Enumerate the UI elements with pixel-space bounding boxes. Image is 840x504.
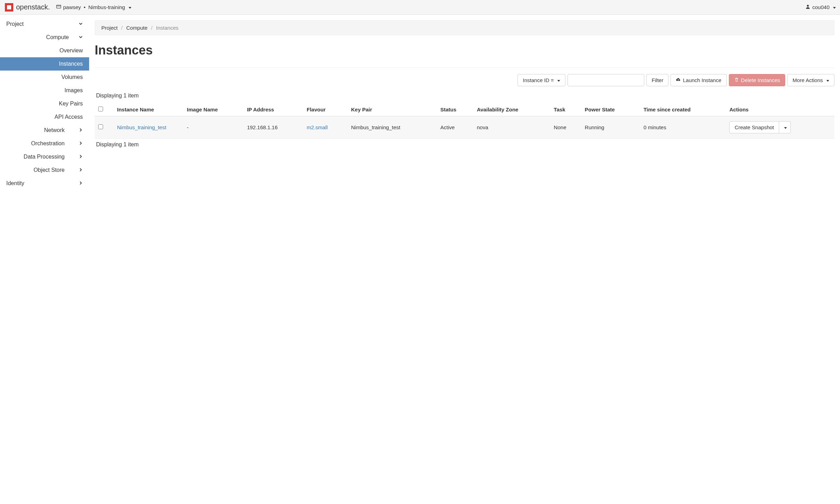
sidebar-item-data-processing[interactable]: Data Processing — [0, 150, 89, 163]
header-time-since-created: Time since created — [640, 103, 726, 116]
chevron-right-icon — [79, 180, 83, 187]
navbar-left: openstack. pawsey • Nimbus-training — [4, 2, 131, 12]
delete-instances-button[interactable]: Delete Instances — [729, 74, 785, 86]
cell-key-pair: Nimbus_training_test — [348, 116, 437, 139]
chevron-right-icon — [79, 127, 83, 133]
header-image-name: Image Name — [183, 103, 244, 116]
sidebar-item-identity[interactable]: Identity — [0, 177, 89, 190]
chevron-right-icon — [79, 140, 83, 147]
flavour-link[interactable]: m2.small — [307, 124, 328, 130]
user-name: cou040 — [812, 4, 830, 10]
launch-instance-button[interactable]: Launch Instance — [671, 74, 726, 86]
cloud-upload-icon — [676, 77, 681, 83]
sidebar-item-label: Images — [65, 87, 83, 93]
chevron-down-icon — [783, 124, 787, 130]
chevron-right-icon — [79, 167, 83, 173]
filter-button[interactable]: Filter — [646, 74, 668, 86]
sidebar-item-api-access[interactable]: API Access — [0, 110, 89, 124]
header-checkbox-cell — [95, 103, 114, 116]
display-count-bottom: Displaying 1 item — [96, 141, 834, 148]
breadcrumb-compute[interactable]: Compute — [126, 25, 147, 31]
table-row: Nimbus_training_test - 192.168.1.16 m2.s… — [95, 116, 834, 139]
page-title: Instances — [95, 43, 834, 58]
create-snapshot-button[interactable]: Create Snapshot — [729, 121, 779, 133]
button-label: Filter — [652, 77, 663, 83]
brand-text: openstack. — [16, 3, 50, 11]
svg-point-7 — [807, 5, 809, 7]
sidebar-item-images[interactable]: Images — [0, 84, 89, 97]
sidebar-item-label: Compute — [6, 34, 79, 41]
cell-ip-address: 192.168.1.16 — [244, 116, 303, 139]
row-action-group: Create Snapshot — [729, 121, 791, 133]
svg-rect-4 — [7, 5, 11, 9]
divider — [95, 67, 834, 68]
sidebar-item-label: Key Pairs — [59, 101, 83, 107]
cell-status: Active — [437, 116, 473, 139]
sidebar-item-label: Object Store — [34, 167, 65, 173]
cell-time-since-created: 0 minutes — [640, 116, 726, 139]
breadcrumb-current: Instances — [156, 25, 179, 31]
table-header-row: Instance Name Image Name IP Address Flav… — [95, 103, 834, 116]
cell-availability-zone: nova — [473, 116, 550, 139]
breadcrumb-separator: / — [151, 25, 152, 31]
header-task: Task — [550, 103, 581, 116]
header-power-state: Power State — [581, 103, 640, 116]
header-availability-zone: Availability Zone — [473, 103, 550, 116]
sidebar-item-label: Volumes — [61, 74, 83, 80]
button-label: More Actions — [792, 77, 823, 83]
row-select-checkbox[interactable] — [98, 124, 103, 129]
project-org: pawsey — [63, 4, 81, 10]
project-switcher[interactable]: pawsey • Nimbus-training — [56, 4, 131, 10]
sidebar-item-label: API Access — [55, 114, 83, 120]
top-navbar: openstack. pawsey • Nimbus-training cou0… — [0, 0, 840, 15]
cell-flavour: m2.small — [303, 116, 348, 139]
filter-field-label: Instance ID = — [523, 77, 554, 83]
cell-task: None — [550, 116, 581, 139]
sidebar-item-orchestration[interactable]: Orchestration — [0, 137, 89, 150]
instance-name-link[interactable]: Nimbus_training_test — [117, 124, 166, 130]
header-status: Status — [437, 103, 473, 116]
sidebar-item-key-pairs[interactable]: Key Pairs — [0, 97, 89, 110]
sidebar-item-project[interactable]: Project — [0, 17, 89, 31]
domain-icon — [56, 4, 61, 10]
button-label: Delete Instances — [741, 77, 780, 83]
chevron-down-icon — [127, 4, 131, 10]
sidebar-item-compute[interactable]: Compute — [0, 31, 89, 44]
user-icon — [805, 4, 810, 10]
user-menu[interactable]: cou040 — [805, 4, 836, 10]
chevron-right-icon — [79, 154, 83, 160]
row-action-dropdown[interactable] — [779, 121, 791, 133]
button-label: Launch Instance — [683, 77, 721, 83]
header-instance-name: Instance Name — [114, 103, 183, 116]
header-actions: Actions — [726, 103, 834, 116]
sidebar-item-volumes[interactable]: Volumes — [0, 71, 89, 84]
sidebar-item-instances[interactable]: Instances — [0, 57, 89, 71]
sidebar-item-overview[interactable]: Overview — [0, 44, 89, 57]
cell-power-state: Running — [581, 116, 640, 139]
trash-icon — [734, 77, 739, 83]
chevron-down-icon — [825, 77, 829, 83]
sidebar-item-label: Identity — [6, 180, 24, 187]
svg-rect-3 — [11, 3, 13, 12]
sidebar: Project Compute Overview Instances Volum… — [0, 15, 89, 504]
action-bar: Instance ID = Filter Launch Instance Del… — [95, 74, 834, 86]
display-count-top: Displaying 1 item — [96, 93, 834, 99]
compute-submenu: Overview Instances Volumes Images Key Pa… — [0, 44, 89, 124]
cell-instance-name: Nimbus_training_test — [114, 116, 183, 139]
chevron-down-icon — [79, 34, 83, 41]
sidebar-item-object-store[interactable]: Object Store — [0, 163, 89, 177]
openstack-logo-icon — [4, 2, 14, 12]
sidebar-item-network[interactable]: Network — [0, 124, 89, 137]
filter-input[interactable] — [567, 74, 644, 86]
svg-rect-2 — [5, 3, 7, 12]
select-all-checkbox[interactable] — [98, 107, 103, 111]
logo[interactable]: openstack. — [4, 2, 50, 12]
breadcrumb-project[interactable]: Project — [101, 25, 118, 31]
cell-image-name: - — [183, 116, 244, 139]
sidebar-item-label: Instances — [59, 61, 83, 67]
header-ip-address: IP Address — [244, 103, 303, 116]
filter-field-dropdown[interactable]: Instance ID = — [517, 74, 565, 86]
more-actions-dropdown[interactable]: More Actions — [787, 74, 834, 86]
header-key-pair: Key Pair — [348, 103, 437, 116]
project-name: Nimbus-training — [88, 4, 125, 10]
